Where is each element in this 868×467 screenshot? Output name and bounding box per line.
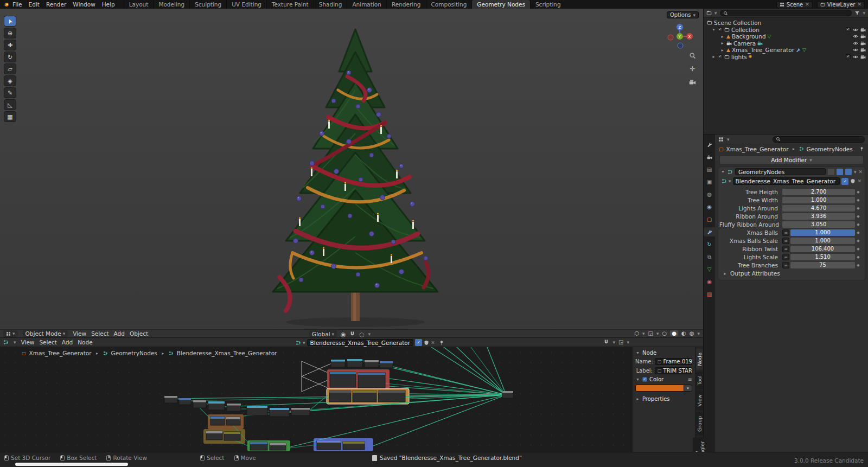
render-camera-icon[interactable] [860, 47, 866, 53]
workspace-tab-animation[interactable]: Animation [347, 0, 386, 9]
disclosure-icon[interactable]: ▸ [720, 48, 725, 53]
hide-eye-icon[interactable] [853, 41, 858, 46]
viewport-menu-add[interactable]: Add [114, 330, 125, 337]
animate-dot-icon[interactable]: ◆ [855, 190, 861, 194]
color-checkbox[interactable]: ✓ [642, 377, 647, 382]
node-label-field[interactable]: ▢ TRIM START [655, 367, 692, 374]
tab-material[interactable]: ◉ [704, 277, 715, 286]
node-menu-add[interactable]: Add [62, 339, 73, 346]
input-attribute-toggle-icon[interactable]: ≡ [782, 229, 789, 236]
animate-dot-icon[interactable]: ◆ [855, 214, 861, 219]
workspace-tab-compositing[interactable]: Compositing [426, 0, 472, 9]
filter-dropdown-icon[interactable]: ▾ [863, 10, 865, 16]
render-checkbox[interactable]: ✓ [846, 27, 851, 32]
unlink-icon[interactable]: ✕ [431, 340, 435, 346]
tool-measure[interactable]: ◺ [4, 99, 16, 110]
render-camera-icon[interactable] [860, 34, 866, 39]
view-layer-remove-icon[interactable]: ✕ [857, 2, 861, 7]
tab-physics[interactable]: ↻ [704, 240, 715, 249]
editor-type-button[interactable]: ▾ [3, 330, 18, 337]
pan-icon[interactable]: ✛ [690, 65, 695, 73]
hide-eye-icon[interactable] [853, 54, 858, 60]
properties-search[interactable] [773, 136, 865, 143]
outliner-row-camera[interactable]: ▸ Camera [704, 40, 868, 47]
shield-icon[interactable] [850, 178, 856, 184]
tool-select-box[interactable]: ➤ [4, 16, 16, 27]
collection-checkbox[interactable]: ✓ [718, 54, 723, 59]
editor-type-dropdown-icon[interactable]: ▾ [14, 340, 16, 345]
tab-world[interactable]: ◉ [704, 202, 715, 212]
modifier-name-field[interactable]: GeometryNodes [735, 168, 826, 175]
blender-logo-icon[interactable] [3, 2, 9, 8]
editor-type-dropdown-icon[interactable]: ▾ [714, 10, 717, 16]
hide-eye-icon[interactable] [853, 47, 858, 53]
input-attribute-toggle-icon[interactable]: ≡ [782, 254, 789, 260]
tool-rotate[interactable]: ↻ [4, 52, 16, 62]
node-editor-icon[interactable] [3, 340, 9, 345]
animate-dot-icon[interactable]: ◆ [855, 198, 861, 202]
disclosure-icon[interactable]: ▸ [720, 34, 725, 39]
tool-move[interactable]: ✚ [4, 40, 16, 50]
workspace-tab-modeling[interactable]: Modeling [153, 0, 189, 9]
presets-menu-icon[interactable]: ≡ [688, 376, 692, 382]
animate-dot-icon[interactable]: ◆ [855, 239, 861, 243]
overlays-dropdown-icon[interactable]: ▾ [627, 340, 629, 345]
workspace-tab-uv-editing[interactable]: UV Editing [226, 0, 266, 9]
tab-output[interactable]: ▤ [704, 165, 715, 174]
shading-wireframe-icon[interactable]: ○ [662, 330, 667, 336]
shading-solid-icon[interactable]: ● [670, 330, 678, 336]
render-toggle[interactable] [845, 169, 852, 175]
viewport-3d[interactable]: ➤ ⊕ ✚ ↻ ▱ ◈ ✎ ◺ ▦ Options▾ Z X Y ✛ [0, 9, 703, 337]
realtime-toggle[interactable] [837, 169, 843, 175]
param-slider[interactable]: 75 [790, 262, 855, 268]
sidebar-tab-tool[interactable]: Tool [696, 372, 703, 389]
node-menu-node[interactable]: Node [78, 339, 92, 346]
render-camera-icon[interactable] [860, 54, 866, 60]
outliner-search-input[interactable] [730, 10, 849, 16]
zoom-icon[interactable] [689, 52, 696, 59]
param-slider[interactable]: 106.400 [790, 246, 855, 252]
param-slider[interactable]: 1.000 [790, 238, 855, 244]
snap-magnet-icon[interactable] [603, 339, 609, 345]
tab-tool[interactable] [704, 140, 715, 149]
node-tree-name-field[interactable]: Blenderesse_Xmas_Tree_Generator [307, 339, 414, 346]
node-menu-view[interactable]: View [21, 339, 35, 346]
animate-dot-icon[interactable]: ◆ [855, 263, 861, 267]
fake-user-check[interactable]: ✓ [841, 178, 848, 185]
animate-dot-icon[interactable]: ◆ [855, 247, 861, 251]
tool-transform[interactable]: ◈ [4, 75, 16, 86]
gizmo-toggle-icon[interactable]: ⬡ [634, 330, 639, 336]
workspace-tab-sculpting[interactable]: Sculpting [189, 0, 226, 9]
shading-dropdown-icon[interactable]: ▾ [697, 331, 700, 336]
shield-icon[interactable] [424, 340, 429, 346]
tool-add-cube[interactable]: ▦ [4, 111, 16, 122]
panel-expand-icon[interactable]: ▾ [720, 169, 725, 174]
tab-modifiers[interactable] [704, 227, 715, 236]
param-slider[interactable]: 1.510 [790, 254, 855, 260]
workspace-tab-geometry-nodes[interactable]: Geometry Nodes [471, 0, 530, 9]
menu-window[interactable]: Window [69, 1, 98, 8]
render-checkbox[interactable]: ✓ [846, 54, 851, 59]
input-attribute-toggle-icon[interactable]: ≡ [782, 262, 789, 268]
camera-view-icon[interactable] [689, 79, 696, 86]
workspace-tab-texture-paint[interactable]: Texture Paint [266, 0, 314, 9]
param-slider[interactable]: 1.000 [782, 197, 855, 203]
tab-object[interactable]: ▢ [704, 215, 715, 224]
render-camera-icon[interactable] [860, 41, 866, 46]
gizmo-dropdown-icon[interactable]: ▾ [642, 331, 645, 336]
viewport-menu-view[interactable]: View [73, 330, 86, 337]
outliner-row-background[interactable]: ▸ ▲ Background ▽ [704, 33, 868, 40]
hide-eye-icon[interactable] [853, 27, 858, 33]
viewport-menu-select[interactable]: Select [91, 330, 108, 337]
node-name-field[interactable]: ▢ Frame.019 [655, 358, 692, 365]
shading-rendered-icon[interactable]: ◍ [690, 330, 694, 336]
color-section-header[interactable]: ▾ ✓ Color ≡ [635, 375, 692, 383]
overlays-toggle-icon[interactable]: ◲ [618, 339, 623, 345]
mode-selector[interactable]: Object Mode▾ [23, 330, 68, 337]
properties-search-input[interactable] [783, 136, 861, 142]
properties-editor-icon[interactable] [718, 137, 724, 142]
param-slider[interactable]: 1.000 [790, 229, 855, 236]
outliner-row-xmas-tree-generator[interactable]: ▸ ▲ Xmas_Tree_Generator ▽ [704, 47, 868, 54]
menu-edit[interactable]: Edit [25, 1, 43, 8]
render-camera-icon[interactable] [860, 27, 866, 33]
